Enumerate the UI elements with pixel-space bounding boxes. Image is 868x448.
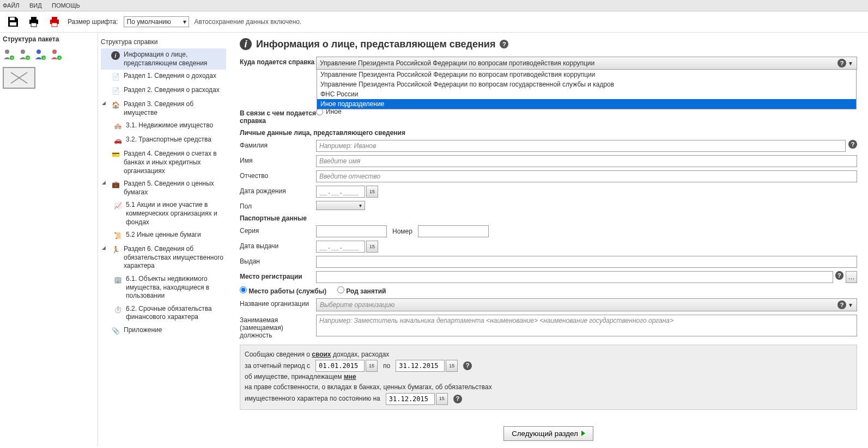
svg-point-11 (21, 50, 25, 54)
reg-input[interactable] (316, 271, 833, 283)
work-radio[interactable] (240, 286, 247, 293)
svg-rect-4 (31, 23, 37, 27)
gender-label: Пол (240, 201, 316, 210)
org-select[interactable]: Выберите организацию ?▼ (316, 298, 857, 311)
period-to-input[interactable] (396, 360, 445, 372)
tree-item-info[interactable]: i Информация о лице, представляющем свед… (101, 48, 226, 70)
reg-help-icon[interactable]: ? (835, 271, 843, 280)
add-person3-icon[interactable]: + (34, 48, 47, 62)
menu-help[interactable]: ПОМОЩЬ (52, 2, 80, 9)
tree-item-section6[interactable]: ◢ 🏃 Раздел 6. Сведения об обязательствах… (101, 243, 226, 273)
dest-dropdown: Управление Президента Российской Федерац… (317, 69, 857, 109)
issued-by-input[interactable] (316, 256, 857, 268)
add-person4-icon[interactable]: + (50, 48, 63, 62)
reason-label: В связи с чем подается справка (240, 108, 316, 125)
font-size-select[interactable]: По умолчанию▾ (124, 16, 189, 27)
issued-by-label: Выдан (240, 256, 316, 265)
position-input[interactable]: Например: Заместитель начальника департа… (316, 315, 857, 336)
lastname-help-icon[interactable]: ? (848, 140, 857, 149)
svg-rect-7 (52, 23, 57, 27)
svg-point-8 (5, 50, 9, 54)
tree-panel: Структура справки i Информация о лице, п… (98, 33, 229, 446)
dest-select[interactable]: Управление Президента Российской Федерац… (316, 57, 857, 70)
tree-item-6-1[interactable]: 🏢 6.1. Объекты недвижимого имущества, на… (112, 273, 226, 303)
dob-label: Дата рождения (240, 186, 316, 195)
dest-option-1[interactable]: Управление Президента Российской Федерац… (317, 79, 856, 89)
tree-item-3-1[interactable]: 🏘️ 3.1. Недвижимое имущество (112, 119, 226, 133)
tree-item-section2[interactable]: 📄 Раздел 2. Сведения о расходах (101, 84, 226, 98)
tree-item-5-1[interactable]: 📈 5.1 Акции и иное участие в коммерчески… (112, 199, 226, 229)
clock-icon: ⏱️ (113, 305, 123, 315)
tree-item-section3[interactable]: ◢ 🏠 Раздел 3. Сведения об имуществе (101, 98, 226, 119)
asof-help-icon[interactable]: ? (453, 395, 462, 403)
left-panel: Структура пакета + + + + (0, 33, 98, 446)
dest-option-0[interactable]: Управление Президента Российской Федерац… (317, 70, 856, 79)
tree-item-3-2[interactable]: 🚗 3.2. Транспортные средства (112, 133, 226, 148)
issued-calendar-icon[interactable]: 15 (366, 241, 378, 253)
building-icon: 🏘️ (113, 121, 123, 131)
personal-data-heading: Личные данные лица, представляющего свед… (240, 129, 857, 137)
print-icon[interactable] (26, 14, 41, 29)
occupation-radio[interactable] (337, 286, 344, 293)
from-calendar-icon[interactable]: 15 (366, 360, 378, 372)
content-area: i Информация о лице, представляющем свед… (229, 33, 868, 446)
info-icon: i (111, 51, 120, 60)
attachment-icon: 📎 (111, 326, 120, 336)
org-help-icon[interactable]: ? (837, 300, 846, 309)
dest-label: Куда подается справка (240, 57, 316, 66)
car-icon: 🚗 (113, 136, 123, 145)
menu-file[interactable]: ФАЙЛ (3, 2, 20, 9)
firstname-input[interactable] (316, 155, 857, 167)
period-from-input[interactable] (315, 360, 365, 372)
firstname-label: Имя (240, 155, 316, 164)
briefcase-icon: 💼 (111, 180, 120, 189)
org-label: Название организации (240, 298, 316, 308)
lastname-input[interactable] (316, 140, 846, 152)
to-calendar-icon[interactable]: 15 (446, 360, 458, 372)
tree-item-section4[interactable]: 💳 Раздел 4. Сведения о счетах в банках и… (101, 148, 226, 177)
reg-browse-button[interactable]: … (846, 271, 857, 283)
asof-input[interactable] (386, 393, 435, 405)
dest-option-2[interactable]: ФНС России (317, 89, 856, 99)
svg-text:+: + (11, 56, 14, 60)
title-info-icon: i (240, 38, 252, 50)
gender-select[interactable]: ▾ (316, 201, 365, 210)
run-icon: 🏃 (111, 245, 120, 255)
next-section-button[interactable]: Следующий раздел (503, 426, 593, 441)
number-label: Номер (392, 228, 412, 235)
dob-input[interactable] (316, 186, 365, 198)
tree-item-section5[interactable]: ◢ 💼 Раздел 5. Сведения о ценных бумагах (101, 177, 226, 199)
period-help-icon[interactable]: ? (463, 361, 472, 370)
dob-calendar-icon[interactable]: 15 (366, 186, 378, 198)
menu-view[interactable]: ВИД (29, 2, 42, 9)
svg-point-14 (37, 50, 41, 54)
dest-option-3[interactable]: Иное подразделение (317, 99, 856, 109)
chart-icon: 📈 (113, 201, 123, 211)
save-icon[interactable] (5, 14, 21, 29)
svg-point-17 (52, 50, 57, 54)
reg-label: Место регистрации (240, 271, 316, 280)
add-person2-icon[interactable]: + (19, 48, 32, 62)
tree-item-section1[interactable]: 📄 Раздел 1. Сведения о доходах (101, 70, 226, 84)
dest-help-icon[interactable]: ? (837, 59, 846, 67)
title-help-icon[interactable]: ? (500, 40, 508, 48)
work-radio-label: Место работы (службы) (248, 287, 326, 295)
add-person-icon[interactable]: + (3, 48, 16, 62)
passport-heading: Паспортные данные (240, 214, 857, 222)
patronym-input[interactable] (316, 170, 857, 182)
tree-item-5-2[interactable]: 📜 5.2 Иные ценные бумаги (112, 229, 226, 243)
package-thumbnail[interactable] (3, 67, 35, 89)
svg-rect-6 (52, 17, 57, 20)
autosave-status: Автосохранение данных включено. (195, 18, 302, 26)
house-icon: 🏠 (111, 100, 120, 110)
tree-item-appendix[interactable]: 📎 Приложение (101, 324, 226, 338)
position-label: Занимаемая (замещаемая) должность (240, 315, 316, 339)
menubar: ФАЙЛ ВИД ПОМОЩЬ (0, 0, 868, 11)
tree-item-6-2[interactable]: ⏱️ 6.2. Срочные обязательства финансовог… (112, 303, 226, 324)
number-input[interactable] (418, 225, 489, 237)
issued-date-input[interactable] (316, 241, 365, 253)
print-all-icon[interactable] (47, 14, 62, 29)
series-input[interactable] (316, 225, 387, 237)
asof-calendar-icon[interactable]: 15 (436, 393, 448, 405)
svg-rect-3 (31, 17, 37, 20)
